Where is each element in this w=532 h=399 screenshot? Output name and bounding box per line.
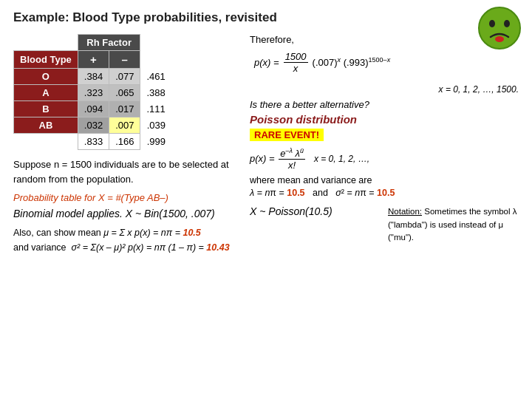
a-total: .388 [140, 85, 171, 101]
poisson-formula-row: p(x) = e–λ λü x! x = 0, 1, 2, …, [250, 147, 519, 171]
table-row-total: .833 .166 .999 [14, 134, 172, 150]
slide-title: Example: Blood Type probabilities, revis… [13, 10, 519, 25]
rare-event-badge: RARE EVENT! [250, 129, 324, 141]
ab-total: .039 [140, 117, 171, 134]
svg-point-0 [479, 7, 520, 49]
fraction-denominator: x [292, 63, 300, 74]
x-range: x = 0, 1, 2, …, 1500. [250, 84, 519, 95]
formula-box: p(x) = 1500 x (.007)x (.993)1500–x [250, 48, 519, 77]
binomial-model-label: Binomial model applies. X ~ Bin(1500, .0… [13, 208, 215, 219]
better-alt-text: Is there a better alternative? [250, 99, 519, 110]
a-minus: .065 [109, 85, 140, 101]
poisson-formula: p(x) = e–λ λü x! [250, 147, 307, 171]
slide: Example: Blood Type probabilities, revis… [0, 0, 532, 399]
lambda-line: λ = nπ = 10.5 and σ² = nπ = 10.5 [250, 188, 519, 198]
total-minus: .166 [109, 134, 140, 150]
rh-factor-header: Rh Factor [78, 35, 140, 51]
minus-col-header: – [109, 51, 140, 69]
also-mean-line: Also, can show mean μ = Σ x p(x) = nπ = … [13, 225, 242, 240]
b-total: .111 [140, 101, 171, 117]
table-row: O .384 .077 .461 [14, 69, 172, 85]
poisson-fraction: e–λ λü x! [279, 147, 305, 171]
total-all: .999 [140, 134, 171, 150]
blood-type-ab: AB [14, 117, 78, 134]
title-prefix: Example: [13, 10, 69, 24]
binomial-model-text: Binomial model applies. X ~ Bin(1500, .0… [13, 208, 242, 219]
poisson-den: x! [287, 160, 297, 171]
b-plus: .094 [78, 101, 109, 117]
poisson-x-range: x = 0, 1, 2, …, [314, 154, 369, 164]
prob-table-label: Probability table for X = #(Type AB–) [13, 192, 242, 203]
and-text: and [313, 188, 328, 198]
fraction: 1500 x [284, 51, 308, 74]
fraction-numerator: 1500 [284, 51, 308, 63]
face-icon [477, 6, 522, 50]
b-minus: .017 [109, 101, 140, 117]
o-plus: .384 [78, 69, 109, 85]
svg-point-3 [495, 36, 504, 42]
px-eq-label: p(x) = [254, 57, 279, 68]
poisson-label: Poisson distribution [250, 113, 519, 126]
blood-type-table: Rh Factor Blood Type + – O .384 .077 [13, 34, 172, 150]
svg-point-2 [504, 20, 510, 27]
o-total: .461 [140, 69, 171, 85]
notation-box: Notation: Sometimes the symbol λ ("lambd… [388, 205, 519, 244]
x-poisson-label: X ~ Poisson(10.5) [250, 205, 381, 244]
ab-minus: .007 [109, 117, 140, 134]
a-plus: .323 [78, 85, 109, 101]
bottom-row: X ~ Poisson(10.5) Notation: Sometimes th… [250, 205, 519, 244]
lambda-eq: λ = nπ = 10.5 [250, 188, 305, 198]
blood-type-a: A [14, 85, 78, 101]
total-plus: .833 [78, 134, 109, 150]
notation-title: Notation: [388, 207, 422, 216]
table-row: B .094 .017 .111 [14, 101, 172, 117]
blood-type-b: B [14, 101, 78, 117]
blood-type-o: O [14, 69, 78, 85]
right-column: Therefore, p(x) = 1500 x (.007)x (.993)1… [250, 34, 519, 255]
x-poisson-text: X ~ Poisson(10.5) [250, 205, 332, 217]
poisson-num: e–λ λü [279, 147, 305, 160]
o-minus: .077 [109, 69, 140, 85]
also-variance-line: and variance σ² = Σ(x – μ)² p(x) = nπ (1… [13, 240, 242, 255]
where-mean-variance: where mean and variance are [250, 175, 519, 185]
ab-plus: .032 [78, 117, 109, 134]
svg-point-1 [489, 20, 495, 27]
title-text: Blood Type probabilities, revisited [69, 10, 277, 24]
table-row: AB .032 .007 .039 [14, 117, 172, 134]
formula-middle: (.007)x (.993)1500–x [313, 56, 391, 68]
plus-col-header: + [78, 51, 109, 69]
suppose-text: Suppose n = 1500 individuals are to be s… [13, 157, 242, 186]
main-layout: Rh Factor Blood Type + – O .384 .077 [13, 34, 519, 255]
blood-type-col-header: Blood Type [14, 51, 78, 69]
table-row: A .323 .065 .388 [14, 85, 172, 101]
left-column: Rh Factor Blood Type + – O .384 .077 [13, 34, 242, 255]
sigma-eq: σ² = nπ = 10.5 [335, 188, 395, 198]
